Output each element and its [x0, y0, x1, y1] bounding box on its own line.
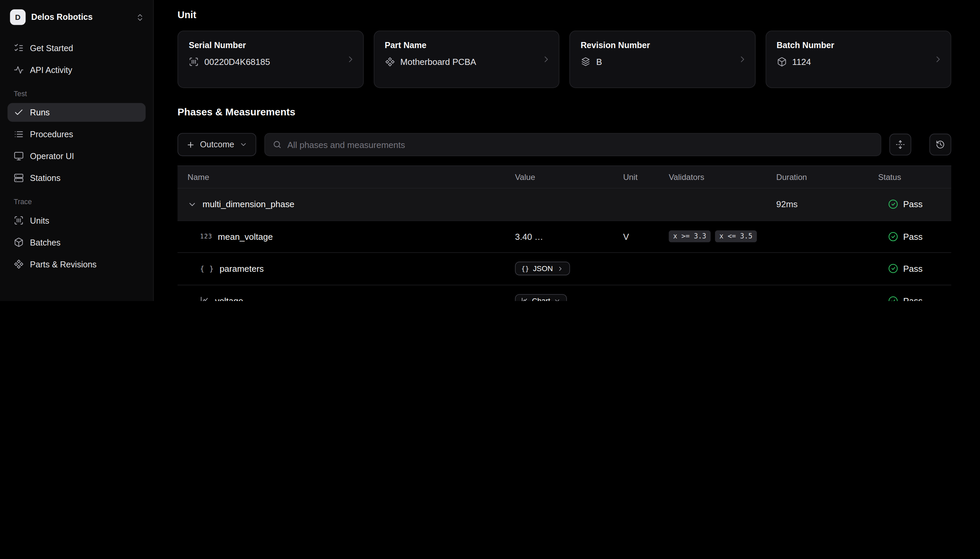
json-badge-label: JSON: [533, 265, 553, 273]
table-header: Name Value Unit Validators Duration Stat…: [177, 165, 951, 189]
sidebar-item-label: Procedures: [30, 129, 73, 139]
validator-chip: x <= 3.5: [715, 231, 757, 243]
column-header-status: Status: [878, 172, 951, 182]
sidebar-item-label: Parts & Revisions: [30, 259, 97, 269]
line-chart-icon: [200, 296, 209, 301]
braces-icon: {}: [521, 265, 529, 273]
column-header-value: Value: [515, 172, 623, 182]
chevron-right-icon: [557, 265, 564, 272]
workspace-avatar: D: [10, 10, 26, 25]
column-header-validators: Validators: [668, 172, 776, 182]
chevron-down-icon[interactable]: [187, 200, 197, 209]
sidebar-item-stations[interactable]: Stations: [7, 169, 146, 187]
numeric-measurement-icon: 123: [200, 233, 212, 240]
card-label: Batch Number: [777, 41, 940, 50]
circle-check-icon: [888, 232, 898, 241]
object-measurement-icon: { }: [200, 265, 214, 273]
phase-duration: 92ms: [776, 199, 878, 210]
box-icon: [777, 57, 787, 67]
part-name-card[interactable]: Part Name Motherboard PCBA: [373, 31, 559, 88]
history-icon: [935, 140, 945, 149]
sidebar-item-parts-revisions[interactable]: Parts & Revisions: [7, 255, 146, 273]
sidebar-item-label: Stations: [30, 173, 61, 183]
outcome-filter-button[interactable]: Outcome: [177, 133, 256, 156]
sidebar-section-trace: Trace: [14, 198, 146, 205]
sidebar-item-procedures[interactable]: Procedures: [7, 125, 146, 144]
measurement-name: mean_voltage: [218, 232, 273, 241]
status-label: Pass: [903, 232, 923, 241]
card-value: B: [596, 57, 602, 67]
status-badge: Pass: [878, 296, 951, 301]
scan-barcode-icon: [14, 215, 24, 225]
validator-chip: x >= 3.3: [668, 231, 710, 243]
revision-number-card[interactable]: Revision Number B: [569, 31, 755, 88]
workspace-name: Delos Robotics: [31, 12, 93, 22]
chevron-right-icon: [737, 55, 747, 64]
search-input[interactable]: [287, 140, 873, 150]
sidebar-item-label: Units: [30, 216, 49, 225]
table-row-phase[interactable]: multi_dimension_phase 92ms Pass: [177, 189, 951, 221]
table-row-measurement[interactable]: { } parameters {} JSON Pass: [177, 253, 951, 285]
chevron-right-icon: [541, 55, 551, 64]
card-value: 00220D4K68185: [204, 57, 270, 67]
component-icon: [14, 259, 24, 269]
circle-check-icon: [888, 199, 898, 210]
check-icon: [14, 107, 24, 117]
table-row-measurement[interactable]: 123 mean_voltage 3.40 … V x >= 3.3 x <= …: [177, 221, 951, 253]
filters-toolbar: Outcome: [177, 133, 951, 156]
batch-number-card[interactable]: Batch Number 1124: [765, 31, 951, 88]
chevron-down-icon: [239, 141, 247, 149]
sidebar-item-api-activity[interactable]: API Activity: [7, 61, 146, 79]
app-root: D Delos Robotics Get Started API Activit…: [0, 0, 980, 301]
sidebar-item-get-started[interactable]: Get Started: [7, 39, 146, 58]
sidebar-item-label: Runs: [30, 108, 50, 117]
status-badge: Pass: [878, 264, 951, 274]
list-icon: [14, 129, 24, 139]
scan-barcode-icon: [189, 57, 199, 67]
measurement-value: 3.40 …: [515, 232, 623, 241]
monitor-icon: [14, 151, 24, 161]
chart-badge-label: Chart: [532, 296, 550, 301]
section-title: Phases & Measurements: [177, 107, 951, 118]
sidebar: D Delos Robotics Get Started API Activit…: [0, 0, 154, 301]
expand-collapse-all-button[interactable]: [889, 134, 911, 155]
chart-badge[interactable]: Chart: [515, 294, 567, 301]
chevrons-up-down-icon: [136, 13, 144, 22]
history-button[interactable]: [930, 134, 952, 155]
card-label: Part Name: [385, 41, 548, 50]
circle-check-icon: [888, 296, 898, 301]
workspace-switcher[interactable]: D Delos Robotics: [0, 0, 153, 28]
activity-icon: [14, 65, 24, 75]
line-chart-icon: [521, 297, 528, 301]
measurement-name: voltage: [215, 296, 244, 301]
json-badge[interactable]: {} JSON: [515, 262, 570, 275]
sidebar-nav: Get Started API Activity Test Runs Proce…: [0, 39, 153, 276]
circle-check-icon: [888, 264, 898, 274]
sidebar-item-operator-ui[interactable]: Operator UI: [7, 147, 146, 165]
column-header-unit: Unit: [623, 172, 669, 182]
sidebar-item-runs[interactable]: Runs: [7, 103, 146, 122]
column-header-name: Name: [177, 172, 515, 182]
sidebar-item-batches[interactable]: Batches: [7, 233, 146, 251]
search-box[interactable]: [264, 133, 881, 156]
card-label: Serial Number: [189, 41, 352, 50]
sidebar-item-units[interactable]: Units: [7, 211, 146, 230]
table-row-measurement[interactable]: voltage Chart Pass: [177, 285, 951, 301]
outcome-button-label: Outcome: [200, 140, 234, 149]
sidebar-item-label: Batches: [30, 237, 61, 247]
component-icon: [385, 57, 395, 67]
page-title: Unit: [177, 10, 951, 20]
card-label: Revision Number: [581, 41, 744, 50]
serial-number-card[interactable]: Serial Number 00220D4K68185: [177, 31, 363, 88]
column-header-duration: Duration: [776, 172, 878, 182]
sidebar-item-label: API Activity: [30, 65, 72, 74]
sidebar-item-label: Operator UI: [30, 151, 74, 161]
card-value: Motherboard PCBA: [400, 57, 476, 67]
status-label: Pass: [903, 296, 923, 301]
measurement-unit: V: [623, 232, 669, 241]
server-icon: [14, 173, 24, 183]
search-icon: [272, 140, 282, 149]
main-content: Unit Serial Number 00220D4K68185 Part Na…: [154, 0, 980, 301]
plus-icon: [186, 140, 195, 149]
layers-icon: [581, 57, 591, 67]
